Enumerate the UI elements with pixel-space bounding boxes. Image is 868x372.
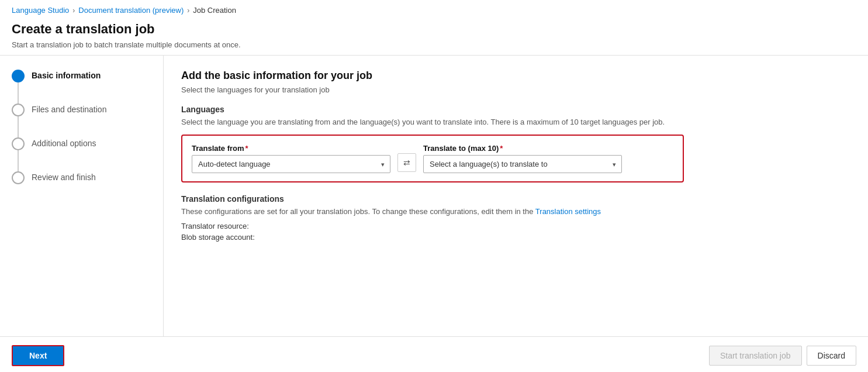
step-row-2: Files and destination	[12, 104, 151, 137]
step-label-review[interactable]: Review and finish	[32, 171, 96, 182]
step-label-additional-options[interactable]: Additional options	[32, 137, 96, 148]
discard-button[interactable]: Discard	[807, 346, 856, 366]
content-section-subtitle: Select the languages for your translatio…	[181, 85, 850, 94]
languages-desc: Select the language you are translating …	[181, 118, 850, 126]
sidebar: Basic information Files and destination …	[0, 56, 164, 336]
page-subtitle: Start a translation job to batch transla…	[12, 40, 856, 49]
breadcrumb: Language Studio › Document translation (…	[0, 0, 868, 18]
start-translation-button: Start translation job	[709, 346, 802, 366]
step-connector-1	[12, 70, 25, 104]
page-title: Create a translation job	[12, 22, 856, 37]
main-content: Basic information Files and destination …	[0, 56, 868, 336]
language-selectors-box: Translate from* Auto-detect language ▾ ⇄	[181, 135, 684, 182]
footer-bar: Next Start translation job Discard	[0, 336, 868, 372]
step-circle-1	[12, 70, 25, 82]
footer-left: Next	[12, 345, 64, 366]
step-label-files[interactable]: Files and destination	[32, 104, 106, 114]
translate-to-label: Translate to (max 10)*	[423, 144, 622, 153]
content-area: Add the basic information for your job S…	[164, 56, 868, 336]
breadcrumb-language-studio[interactable]: Language Studio	[12, 6, 69, 15]
step-connector-2	[12, 104, 25, 137]
step-line-3	[18, 150, 19, 171]
translate-to-required: *	[500, 144, 503, 153]
step-row-3: Additional options	[12, 137, 151, 171]
page-header: Create a translation job Start a transla…	[0, 18, 868, 56]
footer-right: Start translation job Discard	[709, 346, 856, 366]
selectors-row: Translate from* Auto-detect language ▾ ⇄	[192, 144, 673, 173]
step-circle-4	[12, 171, 25, 184]
languages-label: Languages	[181, 105, 850, 114]
configs-desc: These configurations are set for all you…	[181, 207, 850, 216]
translate-from-label: Translate from*	[192, 144, 390, 153]
step-circle-2	[12, 104, 25, 116]
step-row-4: Review and finish	[12, 171, 151, 184]
step-label-basic-info[interactable]: Basic information	[32, 70, 101, 80]
breadcrumb-document-translation[interactable]: Document translation (preview)	[78, 6, 184, 15]
breadcrumb-sep-1: ›	[72, 6, 75, 15]
configs-desc-text: These configurations are set for all you…	[181, 207, 533, 216]
step-row-1: Basic information	[12, 70, 151, 104]
next-button[interactable]: Next	[12, 345, 64, 366]
translate-from-select[interactable]: Auto-detect language	[192, 155, 390, 173]
translation-configs: Translation configurations These configu…	[181, 194, 850, 242]
step-line-1	[18, 82, 19, 104]
content-section-title: Add the basic information for your job	[181, 70, 850, 82]
swap-languages-button[interactable]: ⇄	[397, 153, 416, 172]
translate-from-select-wrapper: Auto-detect language ▾	[192, 155, 390, 173]
translator-resource-row: Translator resource:	[181, 222, 850, 230]
blob-storage-row: Blob storage account:	[181, 233, 850, 242]
step-line-2	[18, 116, 19, 137]
configs-title: Translation configurations	[181, 194, 850, 204]
breadcrumb-sep-2: ›	[187, 6, 189, 15]
step-circle-3	[12, 137, 25, 150]
swap-icon: ⇄	[403, 158, 410, 167]
translate-to-group: Translate to (max 10)* Select a language…	[423, 144, 622, 173]
step-connector-4	[12, 171, 25, 184]
translate-from-required: *	[245, 144, 248, 153]
breadcrumb-job-creation: Job Creation	[193, 6, 236, 15]
languages-section: Languages Select the language you are tr…	[181, 105, 850, 182]
step-connector-3	[12, 137, 25, 171]
translate-to-select[interactable]: Select a language(s) to translate to	[423, 155, 622, 173]
translation-settings-link[interactable]: Translation settings	[535, 207, 601, 216]
translate-from-group: Translate from* Auto-detect language ▾	[192, 144, 390, 173]
translate-to-select-wrapper: Select a language(s) to translate to ▾	[423, 155, 622, 173]
